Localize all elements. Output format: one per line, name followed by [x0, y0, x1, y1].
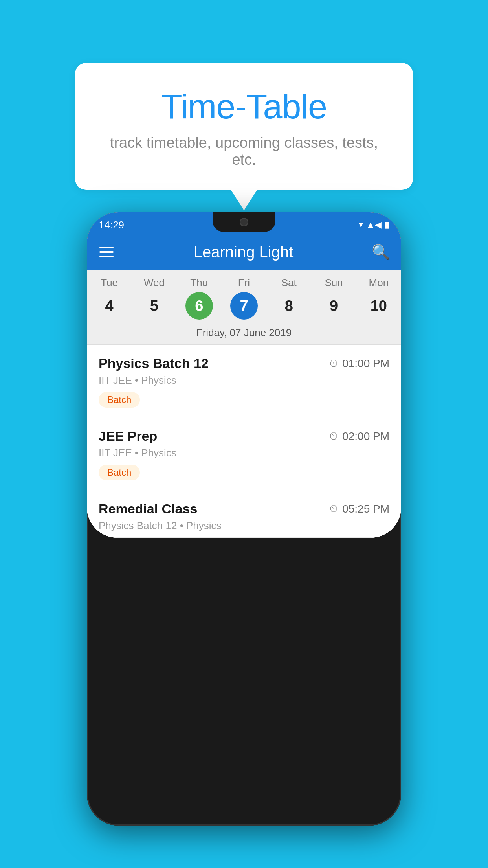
menu-icon[interactable] — [98, 245, 115, 259]
day-label: Sat — [281, 277, 297, 289]
day-number[interactable]: 9 — [320, 292, 348, 320]
week-days-row: Tue4Wed5Thu6Fri7Sat8Sun9Mon10 — [87, 270, 401, 323]
battery-icon: ▮ — [385, 220, 389, 230]
week-day-col-mon[interactable]: Mon10 — [356, 277, 401, 320]
week-day-col-fri[interactable]: Fri7 — [222, 277, 266, 320]
day-label: Fri — [238, 277, 250, 289]
hamburger-line-3 — [99, 256, 114, 257]
schedule-item-time: ⏲ 01:00 PM — [329, 357, 389, 370]
schedule-item-subtitle: IIT JEE • Physics — [99, 447, 389, 459]
clock-icon: ⏲ — [329, 503, 339, 515]
app-bar: Learning Light 🔍 — [87, 234, 401, 270]
day-label: Sun — [325, 277, 343, 289]
schedule-item-title: Remedial Class — [99, 501, 197, 517]
week-day-col-sun[interactable]: Sun9 — [311, 277, 356, 320]
speech-bubble: Time-Table track timetable, upcoming cla… — [75, 63, 413, 190]
top-section: Time-Table track timetable, upcoming cla… — [0, 0, 488, 190]
week-day-col-tue[interactable]: Tue4 — [87, 277, 132, 320]
phone-camera — [240, 218, 248, 226]
week-day-col-thu[interactable]: Thu6 — [177, 277, 222, 320]
signal-icon: ▲◀ — [366, 220, 382, 230]
phone-notch — [213, 212, 275, 232]
hamburger-line-2 — [99, 251, 114, 253]
day-number[interactable]: 5 — [140, 292, 168, 320]
speech-bubble-subtitle: track timetable, upcoming classes, tests… — [99, 134, 389, 168]
clock-icon: ⏲ — [329, 357, 339, 370]
schedule-item-2[interactable]: Remedial Class ⏲ 05:25 PM Physics Batch … — [87, 490, 401, 538]
day-number[interactable]: 6 — [185, 292, 213, 320]
schedule-item-time: ⏲ 02:00 PM — [329, 430, 389, 443]
schedule-item-time: ⏲ 05:25 PM — [329, 503, 389, 515]
search-icon[interactable]: 🔍 — [372, 243, 390, 261]
week-day-col-wed[interactable]: Wed5 — [132, 277, 176, 320]
schedule-item-title: JEE Prep — [99, 428, 157, 444]
clock-icon: ⏲ — [329, 430, 339, 442]
schedule-item-subtitle: Physics Batch 12 • Physics — [99, 520, 389, 532]
status-time: 14:29 — [99, 219, 124, 231]
hamburger-line-1 — [99, 247, 114, 248]
day-label: Thu — [190, 277, 208, 289]
phone-frame: 14:29 ▾ ▲◀ ▮ Learning Light 🔍 — [87, 212, 401, 826]
day-label: Mon — [369, 277, 389, 289]
batch-badge: Batch — [99, 465, 140, 480]
day-number[interactable]: 4 — [95, 292, 123, 320]
day-number[interactable]: 8 — [275, 292, 303, 320]
day-label: Tue — [101, 277, 118, 289]
calendar-section: Tue4Wed5Thu6Fri7Sat8Sun9Mon10 Friday, 07… — [87, 270, 401, 345]
schedule-item-subtitle: IIT JEE • Physics — [99, 374, 389, 386]
schedule-item-header: JEE Prep ⏲ 02:00 PM — [99, 428, 389, 444]
selected-date-label: Friday, 07 June 2019 — [87, 323, 401, 345]
status-icons: ▾ ▲◀ ▮ — [359, 220, 389, 230]
app-title: Learning Light — [123, 243, 364, 261]
schedule-item-0[interactable]: Physics Batch 12 ⏲ 01:00 PM IIT JEE • Ph… — [87, 345, 401, 417]
day-number[interactable]: 10 — [365, 292, 393, 320]
week-day-col-sat[interactable]: Sat8 — [266, 277, 311, 320]
schedule-item-header: Remedial Class ⏲ 05:25 PM — [99, 501, 389, 517]
day-label: Wed — [144, 277, 165, 289]
speech-bubble-title: Time-Table — [99, 86, 389, 127]
schedule-list: Physics Batch 12 ⏲ 01:00 PM IIT JEE • Ph… — [87, 345, 401, 538]
schedule-item-title: Physics Batch 12 — [99, 356, 209, 371]
phone-container: 14:29 ▾ ▲◀ ▮ Learning Light 🔍 — [87, 212, 401, 826]
schedule-item-1[interactable]: JEE Prep ⏲ 02:00 PM IIT JEE • Physics Ba… — [87, 417, 401, 490]
wifi-icon: ▾ — [359, 220, 363, 230]
batch-badge: Batch — [99, 392, 140, 408]
phone-screen: 14:29 ▾ ▲◀ ▮ Learning Light 🔍 — [87, 212, 401, 538]
day-number[interactable]: 7 — [230, 292, 258, 320]
schedule-item-header: Physics Batch 12 ⏲ 01:00 PM — [99, 356, 389, 371]
